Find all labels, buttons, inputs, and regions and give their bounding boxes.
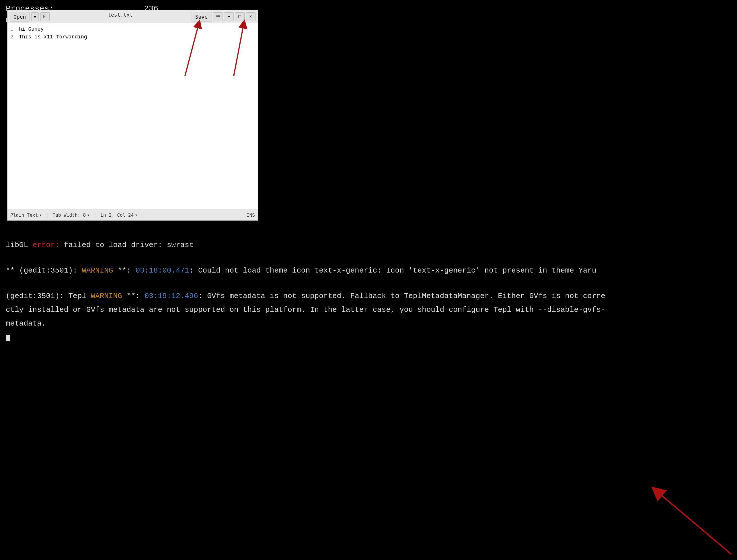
window-title: test.txt: [50, 12, 191, 18]
save-button[interactable]: Save: [191, 12, 212, 21]
warning2-time: 03:19:12.496: [144, 292, 198, 300]
open-dropdown-button[interactable]: ▾: [31, 12, 39, 21]
warning2-cont-text: ctly installed or GVfs metadata are not …: [6, 306, 605, 314]
libgl-prefix: libGL: [6, 241, 33, 249]
status-sep-3: |: [142, 212, 144, 218]
language-dropdown-icon: ▾: [39, 212, 42, 218]
close-icon: ×: [249, 14, 252, 19]
warning1-prefix: ** (gedit:3501):: [6, 266, 82, 275]
position-label: Ln 2, Col 24: [100, 212, 134, 218]
libgl-suffix: failed to load driver: swrast: [59, 241, 193, 249]
warning1-line: ** (gedit:3501): WARNING **: 03:18:00.47…: [6, 265, 731, 277]
line-number-1: 1: [10, 26, 16, 33]
title-bar: Open ▾ test.txt ~ Save ☰ −: [7, 10, 258, 23]
warning2-prefix: (gedit:3501): Tepl-: [6, 292, 91, 300]
editor-area[interactable]: 1 hi Guney 2 This is x11 forwarding: [7, 23, 258, 209]
new-file-button[interactable]: [40, 12, 50, 21]
theme-annotation-arrow: [594, 445, 737, 560]
open-button[interactable]: Open: [10, 12, 30, 21]
minimize-button[interactable]: −: [224, 12, 234, 21]
editor-line-1: 1 hi Guney: [7, 26, 258, 33]
window-subtitle: ~: [50, 18, 191, 22]
warning2-line: (gedit:3501): Tepl-WARNING **: 03:19:12.…: [6, 290, 731, 302]
status-sep-2: |: [94, 212, 97, 218]
warning1-text: : Could not load theme icon text-x-gener…: [189, 266, 597, 275]
title-bar-right: Save ☰ − □ ×: [191, 12, 255, 21]
new-file-icon: [43, 14, 47, 19]
warning2-middle: **:: [122, 292, 144, 300]
tab-width-selector[interactable]: Tab Width: 8 ▾: [53, 212, 90, 218]
line-number-2: 2: [10, 33, 16, 41]
warning1-time: 03:18:00.471: [135, 266, 189, 275]
menu-button[interactable]: ☰: [213, 12, 223, 21]
terminal-output: libGL error: failed to load driver: swra…: [0, 235, 737, 349]
status-sep-1: |: [46, 212, 49, 218]
warning2-label: WARNING: [91, 292, 122, 300]
warning1-middle: **:: [113, 266, 135, 275]
terminal-cursor: [6, 335, 10, 341]
maximize-button[interactable]: □: [235, 12, 245, 21]
close-button[interactable]: ×: [246, 12, 255, 21]
tab-width-label: Tab Width: 8: [53, 212, 86, 218]
editor-line-2: 2 This is x11 forwarding: [7, 33, 258, 41]
theme-arrow-line: [657, 491, 731, 554]
editor-empty-space[interactable]: [7, 41, 258, 201]
tab-width-dropdown-icon: ▾: [87, 212, 90, 218]
warning2-continued: ctly installed or GVfs metadata are not …: [6, 304, 731, 316]
status-bar: Plain Text ▾ | Tab Width: 8 ▾ | Ln 2, Co…: [7, 209, 258, 220]
cursor-position: Ln 2, Col 24 ▾: [100, 212, 137, 218]
minimize-icon: −: [227, 14, 230, 19]
libgl-error-label: error:: [33, 241, 60, 249]
title-bar-left: Open ▾: [10, 12, 50, 21]
hamburger-icon: ☰: [216, 14, 220, 19]
language-selector[interactable]: Plain Text ▾: [10, 212, 42, 218]
warning2-text: : GVfs metadata is not supported. Fallba…: [198, 292, 605, 300]
cursor-line: [6, 331, 731, 343]
warning2-end-text: metadata.: [6, 319, 46, 328]
line-content-1: hi Guney: [19, 26, 44, 33]
warning2-end: metadata.: [6, 318, 731, 330]
language-label: Plain Text: [10, 212, 38, 218]
position-dropdown-icon: ▾: [135, 212, 138, 218]
maximize-icon: □: [238, 14, 241, 19]
libgl-error-line: libGL error: failed to load driver: swra…: [6, 239, 731, 251]
gedit-window: Open ▾ test.txt ~ Save ☰ −: [7, 10, 258, 221]
warning1-label: WARNING: [82, 266, 113, 275]
line-content-2: This is x11 forwarding: [19, 33, 87, 41]
insert-mode: INS: [247, 212, 255, 218]
